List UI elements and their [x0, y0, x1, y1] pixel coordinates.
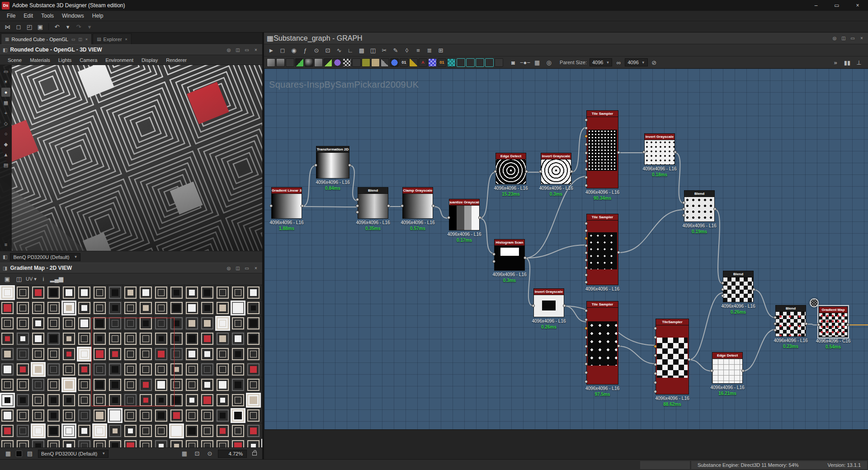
- view3d-menu-materials[interactable]: Materials: [26, 56, 54, 64]
- camera-icon[interactable]: ▲: [1, 150, 10, 159]
- split-view-icon[interactable]: ◫: [368, 45, 378, 55]
- input-port[interactable]: [682, 214, 685, 217]
- mesh-cylinder-icon[interactable]: ◆: [1, 140, 10, 149]
- trim-node-icon[interactable]: [286, 58, 294, 67]
- material-ball-icon[interactable]: ●: [1, 88, 10, 97]
- output-port[interactable]: [478, 216, 481, 219]
- shape-node-icon[interactable]: [305, 58, 313, 67]
- input-port[interactable]: [585, 118, 588, 122]
- input-port[interactable]: [585, 168, 588, 171]
- input-port[interactable]: [447, 216, 450, 219]
- input-port[interactable]: [585, 176, 588, 179]
- graph-node-clamp-grayscale[interactable]: Clamp Grayscale4096x4096 - L160.57ms: [402, 187, 433, 219]
- height-blend-node-icon[interactable]: [409, 58, 418, 67]
- pointer-tool-icon[interactable]: ►: [266, 45, 276, 55]
- output-port[interactable]: [524, 256, 527, 259]
- align-horizontal-icon[interactable]: ≡: [413, 45, 423, 55]
- cut-links-icon[interactable]: ✂: [379, 45, 389, 55]
- graph-node-blend-1[interactable]: Blend4096x4096 - L160.35ms: [358, 187, 388, 219]
- output-port[interactable]: [805, 322, 808, 325]
- input-port[interactable]: [774, 329, 777, 332]
- input-port[interactable]: [682, 207, 685, 211]
- channels-icon[interactable]: ▤: [25, 449, 35, 459]
- view3d-menu-lights[interactable]: Lights: [54, 56, 75, 64]
- uv-tile-icon[interactable]: ▦: [1, 98, 10, 107]
- menu-edit[interactable]: Edit: [19, 11, 37, 20]
- output-port[interactable]: [387, 204, 390, 207]
- output-port[interactable]: [741, 369, 745, 372]
- value-processor-node-icon[interactable]: 01: [400, 58, 408, 67]
- color-match-node-icon[interactable]: [428, 58, 437, 67]
- output-port[interactable]: [617, 344, 620, 348]
- input-port[interactable]: [585, 237, 588, 240]
- input-port[interactable]: [585, 266, 588, 269]
- close-button[interactable]: ×: [847, 0, 868, 11]
- pen-tool-icon[interactable]: ✎: [391, 45, 401, 55]
- input-port[interactable]: [817, 323, 820, 326]
- close-icon[interactable]: ×: [85, 37, 88, 42]
- output-port[interactable]: [617, 151, 620, 154]
- graph-node-histogram-scan[interactable]: Histogram Scan4096x4096 - L160.3ms: [494, 239, 525, 271]
- input-port[interactable]: [585, 160, 588, 163]
- graph-node-edge-detect-2[interactable]: Edge Detect4096x4096 - L1616.21ms: [712, 352, 743, 384]
- frame-tool-icon[interactable]: ◻: [278, 45, 288, 55]
- output-port[interactable]: [432, 204, 435, 207]
- output-port[interactable]: [713, 207, 717, 211]
- straight-link-icon[interactable]: −●−: [520, 57, 530, 67]
- parent-size-select[interactable]: 4096 ▼: [590, 58, 612, 66]
- physical-size-icon[interactable]: ◊: [402, 45, 412, 55]
- input-port[interactable]: [585, 151, 588, 155]
- view3d-menu-camera[interactable]: Camera: [75, 56, 101, 64]
- close-icon[interactable]: ×: [125, 37, 127, 42]
- output-port[interactable]: [752, 288, 755, 291]
- normal-node-icon[interactable]: [390, 58, 399, 67]
- grid-toggle-icon[interactable]: ▦: [179, 449, 189, 459]
- input-port[interactable]: [492, 260, 495, 263]
- bitmap-node-icon[interactable]: [267, 58, 275, 67]
- uniform-grayscale-node-icon[interactable]: [371, 58, 380, 67]
- undo-menu-icon[interactable]: ▾: [63, 22, 73, 32]
- info-icon[interactable]: i: [38, 274, 48, 284]
- output-port[interactable]: [617, 251, 620, 254]
- blend-node-icon[interactable]: [314, 58, 323, 67]
- output-port[interactable]: [570, 170, 573, 173]
- input-port[interactable]: [654, 381, 657, 384]
- menu-tools[interactable]: Tools: [37, 11, 58, 20]
- input-port[interactable]: [585, 281, 588, 284]
- save-icon[interactable]: ▣: [35, 22, 45, 32]
- graph-node-edge-detect-1[interactable]: Edge Detect4096x4096 - L1615.23ms: [495, 153, 526, 184]
- new-graph-icon[interactable]: ◻: [14, 22, 24, 32]
- input-port[interactable]: [721, 294, 724, 297]
- graph-node-tile-sampler-2[interactable]: Tile Sampler4096x4096 - L16: [586, 214, 618, 285]
- input-port[interactable]: [774, 322, 777, 325]
- uv-dropdown[interactable]: UV ▾: [26, 274, 37, 284]
- output-port[interactable]: [674, 150, 677, 154]
- pin-icon[interactable]: ◎: [225, 46, 232, 53]
- gradient-axial-node-icon[interactable]: [324, 58, 332, 67]
- input-port[interactable]: [356, 198, 359, 201]
- zoom-region-icon[interactable]: ⊡: [323, 45, 333, 55]
- play-engine-icon[interactable]: »: [830, 57, 840, 67]
- input-port[interactable]: [532, 304, 535, 307]
- graph-node-invert-grayscale-2[interactable]: Invert Grayscale4096x4096 - L160.18ms: [644, 133, 675, 165]
- graph-node-blend-4[interactable]: Blend4096x4096 - L160.23ms: [775, 305, 806, 337]
- tiling-mode-icon[interactable]: ▦: [3, 449, 13, 459]
- pause-engine-icon[interactable]: ▮▮: [842, 57, 852, 67]
- view3d-menu-scene[interactable]: Scene: [4, 56, 26, 64]
- gradient-linear-node-icon[interactable]: [295, 58, 304, 67]
- zoom-level-field[interactable]: 4.72%: [218, 450, 247, 458]
- checker-node-icon[interactable]: [343, 58, 351, 67]
- pixel-processor-node-icon[interactable]: 01: [438, 58, 446, 67]
- pin-comment-icon[interactable]: ◎: [544, 57, 554, 67]
- pin-view-icon[interactable]: ⊥: [854, 57, 864, 67]
- input-port[interactable]: [585, 380, 588, 383]
- graph-node-invert-grayscale-3[interactable]: Invert Grayscale4096x4096 - L160.26ms: [533, 288, 564, 317]
- graph-node-blend-2[interactable]: Blend4096x4096 - L160.19ms: [684, 190, 715, 222]
- input-port[interactable]: [721, 288, 724, 291]
- thumbnail-icon[interactable]: ▦: [532, 57, 542, 67]
- view3d-display-select[interactable]: BenQ PD3200U (Default) ▼: [10, 253, 80, 261]
- histogram-icon[interactable]: ▂▄▆: [50, 274, 63, 284]
- output-port[interactable]: [688, 358, 691, 361]
- fx-map-node-icon[interactable]: [447, 58, 456, 67]
- dot-node-icon[interactable]: [466, 58, 475, 67]
